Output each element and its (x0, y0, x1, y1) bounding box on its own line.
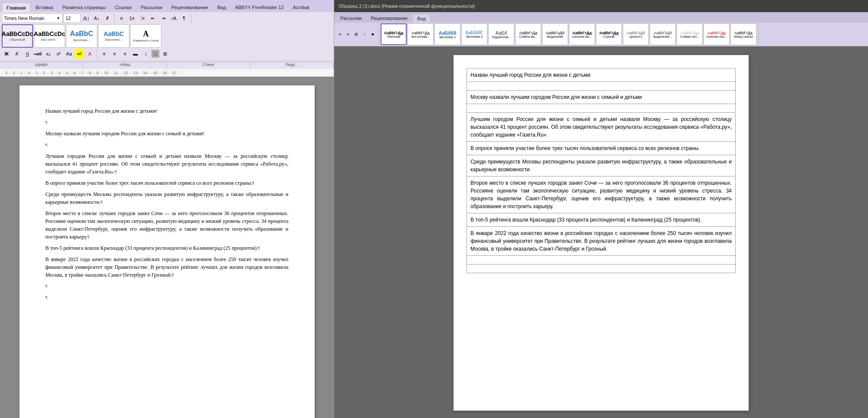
pilcrow-para4 (88, 234, 90, 240)
right-title-cell: Назван лучший город России для жизни с д… (467, 69, 736, 82)
style-no-spacing[interactable]: AaBbCcDc Без инте... (34, 24, 65, 48)
tab-layout[interactable]: Разметка страницы (58, 3, 110, 12)
font-size-selector[interactable]: 12 (63, 13, 81, 23)
table-row-empty3 (467, 256, 736, 265)
ribbon-tabs: Главная Вставка Разметка страницы Ссылки… (0, 0, 334, 12)
tab-mailings[interactable]: Рассылки (136, 3, 166, 12)
right-style-list-label: Абзац списка (734, 35, 753, 38)
tab-view[interactable]: Вид (213, 3, 230, 12)
underline-button[interactable]: Ч (23, 49, 32, 59)
pilcrow-para6 (172, 272, 174, 278)
right-icon2[interactable]: ≡ (344, 30, 352, 38)
right-style-nospacing-label: Без интерв... (411, 35, 430, 38)
font-dropdown-icon[interactable]: ▼ (56, 16, 60, 20)
align-left-button[interactable]: ≡ (99, 49, 109, 59)
right-style-intense[interactable]: AaBbГгДд Сильное вы... (569, 23, 595, 45)
style-no-spacing-preview: AaBbCcDc (34, 31, 65, 37)
doc-para3: Среди преимуществ Москвы респонденты ука… (46, 190, 289, 206)
tab-abbyy[interactable]: ABBYY FineReader 12 (230, 3, 288, 12)
right-style-nospacing[interactable]: AaBbГгДд Без интерв... (408, 23, 434, 45)
show-marks-button[interactable]: ¶ (179, 13, 189, 23)
right-style-iemphasis[interactable]: AaBbГгДд Выделение... (650, 23, 676, 45)
separator1 (114, 13, 115, 23)
numbered-list-button[interactable]: 1≡ (127, 13, 137, 23)
align-right-button[interactable]: ≡ (120, 49, 130, 59)
right-ribbon: Рассылки Рецензирование Вид ≡ ≡ ⊞ ↕ ■ Aa… (334, 12, 868, 46)
left-doc-area: Назван лучший город России для жизни с д… (0, 77, 334, 418)
right-style-weak-label: Слабая сил... (680, 35, 699, 38)
right-subtitle-cell: Москву назвали лучшим городом России для… (467, 91, 736, 104)
separator3 (97, 49, 97, 59)
align-center-button[interactable]: ≡ (110, 49, 119, 59)
tab-review[interactable]: Рецензирование (167, 3, 213, 12)
font-size-up-button[interactable]: A↑ (82, 13, 91, 23)
doc-para1: Лучшим городом России для жизни с семьей… (46, 152, 289, 176)
doc-para6: В январе 2022 года качество жизни в росс… (46, 255, 289, 279)
right-style-normal[interactable]: AaBbГгДд Обычный (381, 23, 407, 45)
style-heading1[interactable]: AaBbC Заголово... (66, 24, 97, 48)
right-style-h1[interactable]: AaБб68 Заголовок 1 (434, 23, 460, 45)
right-icon3[interactable]: ⊞ (352, 30, 360, 38)
right-style-emphasis-label: Выделение (547, 35, 563, 38)
pilcrow-para1 (115, 169, 117, 175)
italic-button[interactable]: К (12, 49, 22, 59)
doc-pilcrow2 (46, 141, 289, 149)
right-style-strong[interactable]: AaBbГгДд Строгий (596, 23, 622, 45)
align-justify-button[interactable]: ▬ (131, 49, 140, 59)
table-row-para6: В январе 2022 года качество жизни в росс… (467, 227, 736, 256)
right-tab-review[interactable]: Рецензирование (366, 14, 412, 23)
right-style-h2[interactable]: AaБб68Г Заголовок 2 (461, 23, 487, 45)
right-tab-mailings[interactable]: Рассылки (336, 14, 366, 23)
font-color-button[interactable]: А (85, 49, 95, 59)
doc-para5: В топ-5 рейтинга вошли Краснодар (33 про… (46, 244, 289, 252)
style-normal[interactable]: AaBbCcDc Обычный (2, 24, 33, 48)
right-style-h1-label: Заголовок 1 (439, 36, 456, 39)
highlight-button[interactable]: аб (75, 49, 84, 59)
superscript-button[interactable]: x² (54, 49, 63, 59)
decrease-indent-button[interactable]: ⇤ (148, 13, 158, 23)
style-heading2[interactable]: AaBbC Заголово... (98, 24, 129, 48)
right-para6-cell: В январе 2022 года качество жизни в росс… (467, 227, 736, 256)
font-name-selector[interactable]: Times New Roman ▼ (2, 13, 62, 23)
tab-references[interactable]: Ссылки (110, 3, 136, 12)
right-style-intense2[interactable]: AaBbГгДд Сильная сил... (704, 23, 730, 45)
table-row-para4: Второе место в списке лучших городов зан… (467, 176, 736, 213)
right-icon5[interactable]: ■ (369, 30, 377, 38)
bold-button[interactable]: Ж (2, 49, 11, 59)
sort-button[interactable]: ↕A (169, 13, 178, 23)
right-empty-cell1 (467, 82, 736, 91)
right-style-intense-label: Сильное вы... (572, 35, 592, 38)
right-style-list[interactable]: AaBbГгДд Абзац списка (730, 23, 756, 45)
clear-format-button[interactable]: ✗ (102, 13, 112, 23)
styles-panel: AaBbCcDc Обычный AaBbCcDc Без инте... Aa… (2, 24, 161, 48)
right-icon4[interactable]: ↕ (361, 30, 368, 38)
right-style-title-preview: АаБб (495, 30, 507, 36)
right-style-quote[interactable]: AaBbГгДд Цитата 2 (623, 23, 649, 45)
tab-acrobat[interactable]: Acrobat (289, 3, 314, 12)
shading-button[interactable]: □ (151, 50, 159, 58)
border-button[interactable]: ⊞ (160, 49, 170, 59)
increase-indent-button[interactable]: ⇥ (158, 13, 168, 23)
case-button[interactable]: Аа (64, 49, 74, 59)
right-tab-view[interactable]: Вид (412, 14, 431, 23)
line-spacing-button[interactable]: ↕ (141, 49, 151, 59)
multilevel-list-button[interactable]: ⁚≡ (138, 13, 147, 23)
right-style-weak[interactable]: AaBbГгДд Слабая сил... (677, 23, 703, 45)
right-para1-cell: Лучшим городом России для жизни с семьей… (467, 113, 736, 142)
change-styles-button[interactable]: A Изменить стили (130, 24, 161, 48)
strikethrough-button[interactable]: –аб (33, 49, 43, 59)
right-style-title[interactable]: АаБб Подзаголов... (488, 23, 514, 45)
tab-home[interactable]: Главная (2, 3, 31, 12)
right-style-emphasis[interactable]: AaBbГгДд Выделение (542, 23, 568, 45)
style-heading1-label: Заголово... (73, 38, 91, 42)
right-empty-cell2 (467, 104, 736, 113)
subscript-button[interactable]: x₁ (43, 49, 53, 59)
right-icon1[interactable]: ≡ (336, 30, 344, 38)
font-size-down-button[interactable]: A↓ (92, 13, 102, 23)
right-style-intense2-label: Сильная сил... (706, 35, 727, 38)
tab-insert[interactable]: Вставка (31, 3, 58, 12)
right-style-subtle[interactable]: AaBbГгДд Слабое вы... (515, 23, 541, 45)
right-style-strong-label: Строгий (603, 35, 615, 38)
bullet-list-button[interactable]: ≡ (117, 13, 126, 23)
pilcrow-para3 (101, 199, 103, 205)
